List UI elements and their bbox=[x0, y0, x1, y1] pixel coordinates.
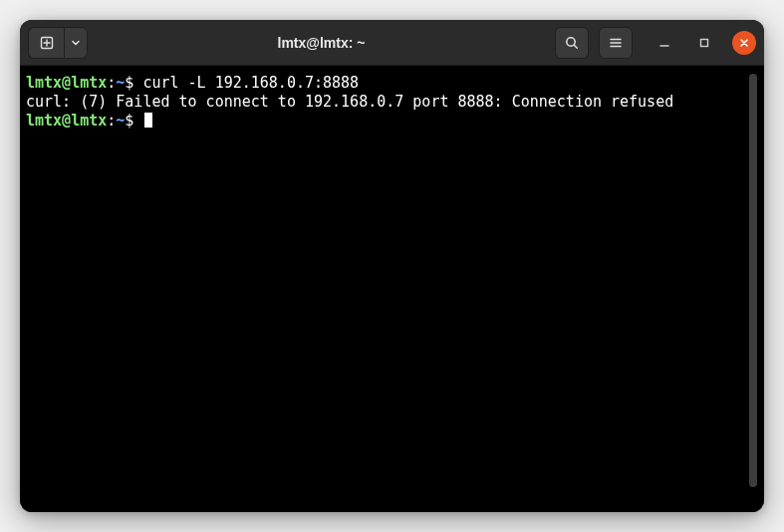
minimize-icon bbox=[658, 37, 670, 49]
command-text: curl -L 192.168.0.7:8888 bbox=[142, 74, 359, 92]
close-button[interactable] bbox=[732, 31, 756, 55]
menu-button[interactable] bbox=[599, 27, 633, 59]
hamburger-icon bbox=[608, 35, 624, 51]
prompt-path: ~ bbox=[116, 74, 125, 92]
text-cursor bbox=[144, 113, 152, 128]
maximize-icon bbox=[698, 37, 710, 49]
prompt-user-host: lmtx@lmtx bbox=[26, 112, 107, 130]
scrollbar[interactable] bbox=[748, 74, 758, 504]
output-text: curl: (7) Failed to connect to 192.168.0… bbox=[26, 93, 673, 111]
scrollbar-thumb[interactable] bbox=[749, 74, 757, 487]
titlebar-right-group bbox=[555, 27, 756, 59]
terminal-window: lmtx@lmtx: ~ bbox=[20, 20, 764, 512]
titlebar: lmtx@lmtx: ~ bbox=[20, 20, 764, 66]
svg-rect-2 bbox=[701, 39, 708, 46]
window-controls bbox=[653, 31, 756, 55]
titlebar-left-group bbox=[28, 27, 88, 59]
minimize-button[interactable] bbox=[653, 31, 676, 55]
prompt-separator: : bbox=[107, 112, 116, 130]
new-tab-menu-button[interactable] bbox=[64, 27, 88, 59]
terminal-body[interactable]: lmtx@lmtx:~$ curl -L 192.168.0.7:8888 cu… bbox=[20, 66, 764, 512]
prompt-user-host: lmtx@lmtx bbox=[26, 74, 107, 92]
prompt-path: ~ bbox=[116, 112, 125, 130]
prompt-separator: : bbox=[107, 74, 116, 92]
new-tab-button[interactable] bbox=[28, 27, 64, 59]
search-button[interactable] bbox=[555, 27, 589, 59]
search-icon bbox=[564, 35, 580, 51]
chevron-down-icon bbox=[71, 38, 81, 48]
maximize-button[interactable] bbox=[692, 31, 716, 55]
new-tab-icon bbox=[39, 35, 55, 51]
terminal-content: lmtx@lmtx:~$ curl -L 192.168.0.7:8888 cu… bbox=[26, 74, 746, 504]
prompt-symbol: $ bbox=[125, 74, 133, 92]
close-icon bbox=[738, 37, 750, 49]
window-title: lmtx@lmtx: ~ bbox=[92, 35, 551, 51]
prompt-symbol: $ bbox=[125, 112, 133, 130]
